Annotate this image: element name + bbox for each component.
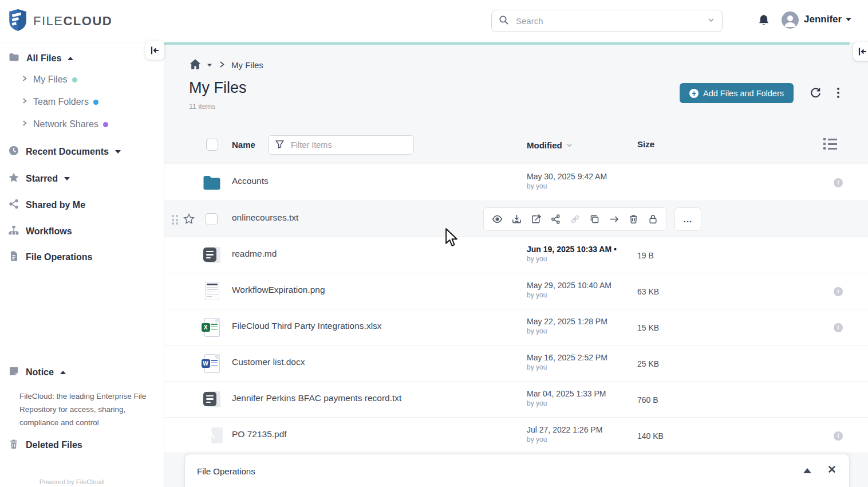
table-row[interactable]: Jennifer Perkins BFAC payments record.tx… [164,381,868,417]
sidebar-item-network-shares[interactable]: Network Shares [0,117,164,132]
file-name[interactable]: readme.md [232,249,277,259]
info-icon[interactable]: i [834,287,843,296]
modified-by: by you [527,255,547,263]
breadcrumb-separator-icon [218,60,226,70]
filecloud-shield-icon [8,9,27,34]
file-name[interactable]: FileCloud Third Party Integrations.xlsx [232,321,382,331]
table-row[interactable]: Accounts May 30, 2025 9:42 AM by you i [164,164,868,201]
sidebar-item-label: My Files [33,74,68,85]
modified-by: by you [527,399,547,407]
collapse-sidebar-button[interactable] [145,41,164,60]
filecloud-logo: FILECLOUD [8,9,112,34]
notice-text: FileCloud: the leading Enterprise File R… [19,390,150,429]
sidebar-item-shared-by-me[interactable]: Shared by Me [0,198,164,213]
add-button-label: Add Files and Folders [703,89,784,98]
download-icon[interactable] [510,213,523,226]
info-icon[interactable]: i [834,178,843,187]
table-row[interactable]: W Customer list.docx May 16, 2025 2:52 P… [164,345,868,381]
table-row[interactable]: X FileCloud Third Party Integrations.xls… [164,309,868,345]
home-icon[interactable] [189,58,202,72]
modified-by: by you [527,363,547,371]
more-options-button[interactable] [837,88,839,98]
table-row[interactable]: WorkflowExpiration.png May 29, 2025 10:4… [164,273,868,309]
name-column-header[interactable]: Name [232,140,255,150]
chevron-right-icon [21,119,29,129]
link-icon[interactable] [569,213,582,226]
network-shares-status-dot [103,122,108,127]
search-input[interactable] [515,15,701,26]
table-row[interactable]: PO 72135.pdf Jul 27, 2022 1:26 PM by you… [164,417,868,453]
select-all-checkbox[interactable] [206,139,218,151]
list-view-toggle-icon[interactable] [823,138,837,150]
edit-icon[interactable] [530,213,543,226]
modified-by: by you [527,435,547,443]
sidebar-item-my-files[interactable]: My Files [0,72,164,87]
move-arrow-icon[interactable] [607,213,621,226]
file-name[interactable]: Accounts [232,176,269,186]
row-more-actions-button[interactable]: ... [674,207,701,231]
sidebar-item-recent-documents[interactable]: Recent Documents [0,144,164,159]
team-folders-status-dot [93,100,98,105]
user-menu[interactable]: Jennifer [804,14,851,25]
share-icon[interactable] [549,213,562,226]
expand-panel-caret-icon[interactable] [803,468,811,473]
preview-eye-icon[interactable] [491,213,504,226]
row-checkbox[interactable] [206,213,218,225]
share-icon [8,198,19,212]
breadcrumb-current[interactable]: My Files [231,60,263,70]
copy-icon[interactable] [588,213,601,226]
modified-header-label: Modified [527,140,562,150]
lock-icon[interactable] [646,213,660,226]
collapse-caret-icon [60,371,66,374]
sidebar-item-file-operations[interactable]: File Operations [0,250,164,265]
filter-funnel-icon [275,139,285,151]
modified-date: May 16, 2025 2:52 PM [527,353,607,362]
sort-chevron-icon [566,142,573,149]
info-icon[interactable]: i [834,323,843,332]
add-files-and-folders-button[interactable]: + Add Files and Folders [680,83,794,103]
star-outline-icon[interactable] [183,213,195,227]
collapse-panel-button[interactable] [853,42,868,61]
modified-date: Jul 27, 2022 1:26 PM [527,425,602,434]
workflow-icon [8,225,19,238]
sidebar-item-deleted-files[interactable]: Deleted Files [0,438,164,453]
size-column-header[interactable]: Size [637,139,654,149]
table-row-hovered[interactable]: onlinecourses.txt [164,201,868,237]
sidebar-item-label: Notice [26,367,54,378]
refresh-button[interactable] [810,87,822,101]
powered-by-label: Powered by FileCloud [0,478,143,485]
sidebar-item-workflows[interactable]: Workflows [0,224,164,239]
user-avatar[interactable] [782,11,799,29]
document-icon [8,250,19,264]
sidebar-item-starred[interactable]: Starred [0,171,164,186]
file-name[interactable]: WorkflowExpiration.png [232,285,325,295]
chevron-right-icon [21,74,29,85]
file-name[interactable]: Customer list.docx [232,357,305,367]
notifications-bell-icon[interactable] [757,14,771,29]
sidebar-item-all-files[interactable]: All Files [0,51,164,66]
search-icon [499,15,509,28]
filter-items-input[interactable] [290,140,407,150]
file-size: 19 B [637,251,654,260]
global-search [491,10,723,32]
note-icon [8,366,19,379]
table-row[interactable]: readme.md Jun 19, 2025 10:33 AM • by you… [164,237,868,273]
modified-column-header[interactable]: Modified [527,140,573,150]
drag-handle-icon[interactable] [172,215,178,225]
modified-by: by you [527,291,547,299]
star-icon [8,172,19,186]
folder-icon [8,52,20,65]
file-name[interactable]: Jennifer Perkins BFAC payments record.tx… [232,393,401,403]
brand-text: FILECLOUD [33,14,112,29]
sidebar-item-notice[interactable]: Notice [0,365,164,380]
search-scope-chevron-icon[interactable] [707,16,715,26]
expand-caret-icon [115,150,121,154]
close-icon[interactable]: ✕ [824,462,840,477]
delete-trash-icon[interactable] [627,213,640,226]
sidebar-item-team-folders[interactable]: Team Folders [0,95,164,109]
info-icon[interactable]: i [834,431,843,441]
sidebar-item-label: Team Folders [33,97,89,107]
file-name[interactable]: onlinecourses.txt [232,213,298,223]
breadcrumb-dropdown-icon[interactable] [207,64,212,66]
file-name[interactable]: PO 72135.pdf [232,429,287,439]
